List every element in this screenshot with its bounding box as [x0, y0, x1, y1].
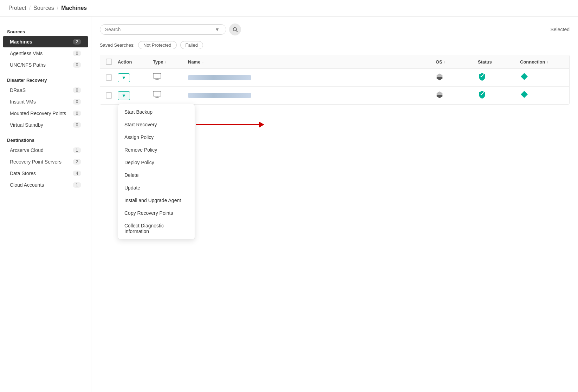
breadcrumb-sep-1: /: [29, 5, 31, 11]
row1-action-button[interactable]: ▼: [118, 73, 130, 82]
row1-connection-col: [520, 72, 569, 83]
sidebar-badge-machines: 2: [73, 39, 81, 45]
selected-label: Selected: [551, 27, 570, 32]
sidebar-badge-arcserve: 1: [73, 147, 81, 153]
search-bar-row: ▼ Selected: [100, 24, 570, 35]
sidebar-badge-ds: 4: [73, 171, 81, 176]
sidebar-item-draas[interactable]: DRaaS 0: [3, 85, 88, 96]
sidebar-item-cloud-accounts[interactable]: Cloud Accounts 1: [3, 179, 88, 191]
svg-rect-2: [153, 73, 161, 78]
row1-checkbox[interactable]: [106, 74, 112, 81]
svg-marker-9: [521, 91, 528, 98]
sidebar-item-instant-label: Instant VMs: [10, 99, 36, 105]
connection-col-label: Connection ↓: [520, 59, 548, 65]
sidebar-item-machines[interactable]: Machines 2: [3, 36, 88, 47]
saved-search-not-protected[interactable]: Not Protected: [138, 41, 177, 49]
header-os-col: OS ↓: [436, 59, 478, 65]
sidebar-badge-agentless: 0: [73, 51, 81, 56]
sidebar-item-ca-label: Cloud Accounts: [10, 182, 44, 188]
dropdown-item-remove-policy[interactable]: Remove Policy: [118, 144, 195, 156]
sidebar-item-agentless-vms[interactable]: Agentless VMs 0: [3, 48, 88, 59]
dropdown-item-copy-rp[interactable]: Copy Recovery Points: [118, 207, 195, 219]
row2-connection-icon: [520, 90, 528, 101]
row2-action-col: ▼ Start Backup Start Recovery Assign Po: [118, 91, 153, 100]
breadcrumb: Protect / Sources / Machines: [0, 0, 578, 16]
header-name-col: Name ↓: [188, 59, 436, 65]
sidebar-item-unc-nfs[interactable]: UNC/NFS Paths 0: [3, 59, 88, 71]
sidebar-item-unc-label: UNC/NFS Paths: [10, 62, 46, 68]
saved-searches-row: Saved Searches: Not Protected Failed: [100, 41, 570, 49]
header-type-col: Type ↓: [153, 59, 188, 65]
row2-os-col: [436, 91, 478, 100]
breadcrumb-sep-2: /: [57, 5, 58, 11]
row2-machine-icon: [153, 91, 161, 100]
sidebar-item-rps-label: Recovery Point Servers: [10, 159, 61, 165]
os-sort-icon[interactable]: ↓: [444, 60, 446, 64]
row2-action-button[interactable]: ▼: [118, 91, 130, 100]
row1-action-col: ▼: [118, 73, 153, 82]
search-input-wrap[interactable]: ▼: [100, 24, 226, 35]
search-input[interactable]: [105, 27, 213, 32]
row2-os-icon: [436, 91, 443, 100]
dropdown-item-delete[interactable]: Delete: [118, 169, 195, 181]
sidebar-badge-rps: 2: [73, 159, 81, 165]
sidebar-item-mounted-label: Mounted Recovery Points: [10, 111, 66, 116]
dropdown-item-start-recovery[interactable]: Start Recovery: [118, 118, 195, 131]
type-col-label: Type ↓: [153, 59, 167, 65]
sidebar-badge-standby: 0: [73, 122, 81, 128]
search-button[interactable]: [229, 24, 241, 35]
row2-status-shield-icon: [478, 90, 486, 101]
row1-os-icon: [436, 73, 443, 82]
row2-type-col: [153, 91, 188, 100]
row2-checkbox-col: [100, 92, 118, 99]
machines-table: Action Type ↓ Name ↓ OS ↓ Status Connect…: [100, 55, 570, 105]
row1-status-shield-icon: [478, 72, 486, 83]
conn-sort-icon[interactable]: ↓: [547, 60, 549, 64]
dropdown-item-install-agent[interactable]: Install and Upgrade Agent: [118, 194, 195, 207]
row1-os-col: [436, 73, 478, 82]
sidebar-item-standby-label: Virtual Standby: [10, 122, 43, 128]
row2-connection-col: [520, 90, 569, 101]
header-checkbox-col: [100, 59, 118, 65]
row1-name-value: [188, 75, 251, 80]
name-sort-icon[interactable]: ↓: [202, 60, 204, 64]
content-area: ▼ Selected Saved Searches: Not Protected…: [91, 16, 578, 392]
svg-line-1: [236, 31, 238, 32]
dropdown-item-assign-policy[interactable]: Assign Policy: [118, 131, 195, 144]
sidebar-item-arcserve-cloud[interactable]: Arcserve Cloud 1: [3, 145, 88, 156]
saved-search-failed[interactable]: Failed: [180, 41, 203, 49]
sidebar-item-virtual-standby[interactable]: Virtual Standby 0: [3, 119, 88, 131]
sidebar-badge-mounted: 0: [73, 111, 81, 116]
row2-checkbox[interactable]: [106, 92, 112, 99]
dropdown-item-start-backup[interactable]: Start Backup: [118, 106, 195, 118]
saved-searches-label: Saved Searches:: [100, 42, 135, 48]
row2-name-value: [188, 93, 251, 98]
chevron-down-icon[interactable]: ▼: [215, 27, 220, 32]
header-connection-col: Connection ↓: [520, 59, 569, 65]
svg-marker-5: [521, 73, 528, 80]
sidebar-group-dr: Disaster Recovery: [0, 73, 91, 84]
sidebar-item-mounted-rp[interactable]: Mounted Recovery Points 0: [3, 108, 88, 119]
select-all-checkbox[interactable]: [106, 59, 112, 65]
sidebar-group-sources: Sources: [0, 25, 91, 36]
sidebar-item-arcserve-label: Arcserve Cloud: [10, 147, 44, 153]
sidebar-badge-instant: 0: [73, 99, 81, 105]
table-header: Action Type ↓ Name ↓ OS ↓ Status Connect…: [100, 55, 569, 69]
breadcrumb-machines: Machines: [61, 5, 87, 11]
dropdown-item-collect-diag[interactable]: Collect Diagnostic Information: [118, 219, 195, 238]
row2-action-icon: ▼: [122, 93, 126, 98]
dropdown-item-deploy-policy[interactable]: Deploy Policy: [118, 156, 195, 169]
breadcrumb-protect[interactable]: Protect: [8, 5, 26, 11]
type-sort-icon[interactable]: ↓: [164, 60, 167, 64]
sidebar-item-instant-vms[interactable]: Instant VMs 0: [3, 96, 88, 107]
sidebar-badge-ca: 1: [73, 182, 81, 188]
sidebar-badge-draas: 0: [73, 87, 81, 93]
header-status-col: Status: [478, 59, 520, 65]
sidebar-item-ds-label: Data Stores: [10, 171, 36, 176]
dropdown-item-update[interactable]: Update: [118, 181, 195, 194]
row1-checkbox-col: [100, 74, 118, 81]
sidebar-item-data-stores[interactable]: Data Stores 4: [3, 168, 88, 179]
sidebar-group-destinations: Destinations: [0, 133, 91, 144]
breadcrumb-sources[interactable]: Sources: [33, 5, 54, 11]
sidebar-item-rp-servers[interactable]: Recovery Point Servers 2: [3, 156, 88, 167]
